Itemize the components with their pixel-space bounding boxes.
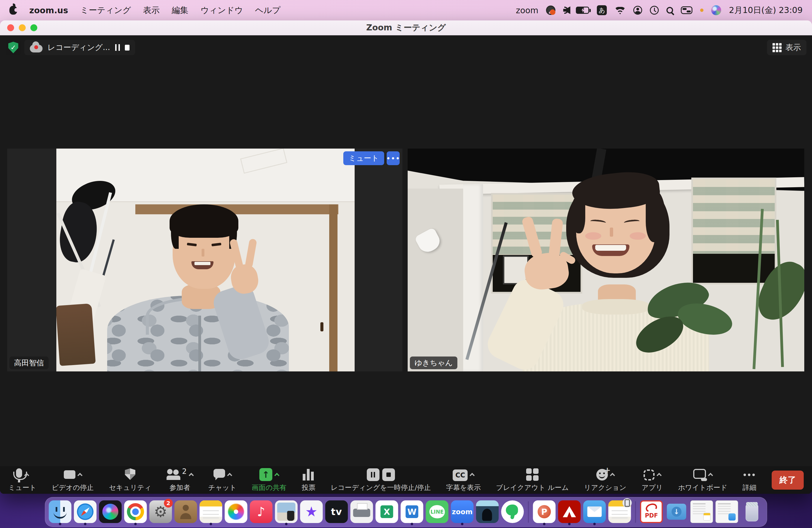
toolbar-reactions[interactable]: + リアクション (584, 468, 626, 492)
share-chevron-icon[interactable] (275, 473, 279, 478)
running-indicator-dot (593, 523, 596, 525)
running-indicator-dot (285, 523, 288, 525)
pdfdoc-glyph: PDF (645, 512, 658, 519)
dock-pdfdoc-icon[interactable]: PDF (640, 499, 663, 525)
toolbar-participants[interactable]: 2 参加者 (166, 468, 193, 492)
dock-separator (528, 501, 529, 523)
user-account-icon[interactable] (633, 6, 642, 15)
view-button[interactable]: 表示 (767, 40, 807, 55)
toolbar-whiteboard[interactable]: ホワイトボード (678, 468, 727, 492)
dock-ppt-icon[interactable]: P (533, 499, 556, 525)
woman-teeth (595, 245, 626, 250)
wifi-icon[interactable] (614, 6, 626, 14)
dock-line-icon[interactable]: LINE (425, 499, 449, 525)
menu-view[interactable]: 表示 (143, 5, 160, 16)
dock-evernote-icon[interactable] (501, 499, 524, 525)
toolbar-stop-video[interactable]: ビデオの停止 (52, 468, 93, 492)
toolbar-mute[interactable]: ミュート (8, 468, 37, 492)
dock-excel-icon[interactable]: X (375, 499, 398, 525)
cloud-recording-icon (30, 45, 43, 53)
dock-siri-icon[interactable] (99, 499, 122, 525)
toolbar-polls[interactable]: 投票 (302, 468, 315, 492)
dock-atv-icon[interactable]: tv (325, 499, 348, 525)
menu-edit[interactable]: 編集 (172, 5, 188, 16)
downloads-app-icon: ↓ (665, 500, 688, 523)
evernote-app-icon (501, 500, 524, 523)
dock-finder-icon[interactable] (48, 499, 72, 525)
dock-music-icon[interactable]: ♪ (250, 499, 273, 525)
screen-share-status-icon[interactable] (546, 5, 555, 15)
zoomapp-glyph: zoom (452, 508, 473, 516)
toolbar-breakout-rooms[interactable]: ブレイクアウト ルーム (496, 468, 569, 492)
dock-word-icon[interactable]: W (401, 499, 424, 525)
menu-datetime[interactable]: 2月10日(金) 23:09 (729, 5, 802, 16)
dock-notes-icon[interactable] (199, 499, 222, 525)
macos-menu-bar: zoom.us ミーティング 表示 編集 ウィンドウ ヘルプ zoom あ 2月… (0, 0, 812, 20)
toolbar-chat[interactable]: チャット (208, 468, 236, 492)
dock-contacts-icon[interactable] (174, 499, 198, 525)
dock-zoomapp-icon[interactable]: zoom (451, 499, 474, 525)
dock-minwin2-icon[interactable] (715, 499, 739, 525)
dock-photos-icon[interactable] (224, 499, 248, 525)
dock-settings-icon[interactable]: ⚙2 (149, 499, 172, 525)
participants-chevron-icon[interactable] (189, 473, 193, 478)
spotlight-search-icon[interactable] (666, 7, 673, 14)
dock-notes2-icon[interactable] (608, 499, 632, 525)
dock-trash-icon[interactable] (740, 499, 764, 525)
dock-acrobat-icon[interactable] (558, 499, 581, 525)
participant-more-button[interactable]: ••• (387, 151, 400, 165)
toolbar-recording-controls[interactable]: レコーディングを一時停止/停止 (331, 468, 431, 492)
toolbar-share-screen[interactable]: 画面の共有 (251, 468, 286, 492)
apps-chevron-icon[interactable] (656, 473, 662, 478)
menu-help[interactable]: ヘルプ (255, 5, 280, 16)
meeting-content: ✓ レコーディング... 表示 (0, 35, 812, 494)
captions-chevron-icon[interactable] (470, 473, 475, 478)
gallery-grid-icon (772, 43, 782, 52)
apple-menu-icon[interactable] (10, 6, 17, 15)
control-center-icon[interactable] (681, 6, 692, 14)
music-app-icon: ♪ (250, 500, 273, 523)
dock-safari-icon[interactable] (74, 499, 97, 525)
pause-recording-button[interactable] (367, 468, 379, 481)
woman-hair-side-r (646, 191, 666, 242)
door-handle (320, 322, 323, 331)
running-indicator-dot (59, 523, 61, 525)
dock-downloads-icon[interactable]: ↓ (665, 499, 688, 525)
participant-name-2: ゆきちゃん (410, 356, 458, 369)
participant-video-2 (408, 149, 804, 371)
minwin1-app-icon (691, 500, 713, 523)
dock-mail-icon[interactable] (583, 499, 606, 525)
stop-recording-icon[interactable] (125, 45, 130, 50)
battery-icon[interactable] (576, 6, 589, 14)
mute-participant-button[interactable]: ミュート (343, 151, 384, 165)
finder-app-icon (49, 500, 72, 523)
pause-recording-icon[interactable] (115, 44, 120, 51)
chrome-app-icon (124, 500, 147, 523)
dock-imovie-icon[interactable]: ★ (300, 499, 323, 525)
toolbar-captions[interactable]: CC 字幕を表示 (446, 468, 481, 492)
siri-icon[interactable] (711, 5, 721, 15)
chat-chevron-icon[interactable] (227, 473, 232, 478)
time-machine-icon[interactable] (650, 6, 659, 15)
reactions-chevron-icon[interactable] (610, 473, 615, 478)
closed-captions-icon: CC (453, 469, 468, 481)
toolbar-security[interactable]: セキュリティ (109, 468, 151, 492)
stop-recording-button[interactable] (382, 468, 395, 481)
security-shield-icon[interactable]: ✓ (5, 40, 21, 55)
zoom-status-label[interactable]: zoom (516, 5, 539, 15)
dock-printer-icon[interactable] (350, 499, 373, 525)
dock-kindle-icon[interactable] (476, 499, 499, 525)
dock-photoutil-icon[interactable] (275, 499, 298, 525)
whiteboard-chevron-icon[interactable] (708, 473, 713, 478)
dock-minwin1-icon[interactable] (690, 499, 713, 525)
menu-window[interactable]: ウィンドウ (201, 5, 243, 16)
input-source-icon[interactable]: あ (597, 5, 607, 15)
leave-meeting-button[interactable]: 終了 (772, 471, 804, 489)
recording-label: レコーディング... (47, 42, 110, 53)
toolbar-more[interactable]: 詳細 (743, 468, 756, 492)
atv-glyph: tv (331, 506, 342, 517)
menu-app-name[interactable]: zoom.us (29, 5, 68, 15)
toolbar-apps[interactable]: アプリ (642, 468, 663, 492)
dock-chrome-icon[interactable] (124, 499, 147, 525)
menu-meeting[interactable]: ミーティング (81, 5, 131, 16)
